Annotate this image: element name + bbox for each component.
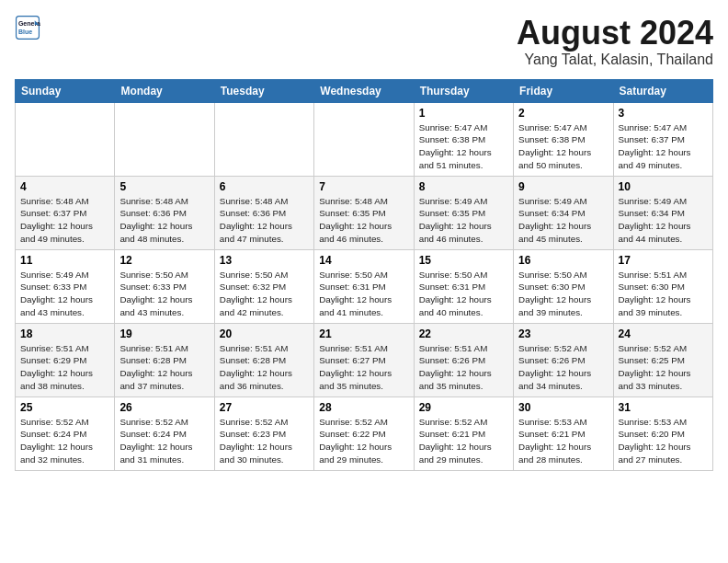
day-number: 1 <box>419 107 508 120</box>
calendar-cell: 26Sunrise: 5:52 AM Sunset: 6:24 PM Dayli… <box>115 396 214 470</box>
day-number: 2 <box>518 107 608 120</box>
day-info: Sunrise: 5:50 AM Sunset: 6:30 PM Dayligh… <box>518 269 608 319</box>
calendar-cell: 13Sunrise: 5:50 AM Sunset: 6:32 PM Dayli… <box>214 249 313 323</box>
day-info: Sunrise: 5:50 AM Sunset: 6:33 PM Dayligh… <box>119 269 209 319</box>
weekday-header-saturday: Saturday <box>613 79 712 102</box>
calendar-cell: 11Sunrise: 5:49 AM Sunset: 6:33 PM Dayli… <box>16 249 115 323</box>
day-info: Sunrise: 5:49 AM Sunset: 6:33 PM Dayligh… <box>20 269 109 319</box>
day-number: 11 <box>20 254 109 267</box>
calendar-cell: 20Sunrise: 5:51 AM Sunset: 6:28 PM Dayli… <box>214 323 313 396</box>
calendar-cell: 27Sunrise: 5:52 AM Sunset: 6:23 PM Dayli… <box>214 396 313 470</box>
day-number: 28 <box>319 401 408 414</box>
calendar-cell: 3Sunrise: 5:47 AM Sunset: 6:37 PM Daylig… <box>613 102 712 176</box>
weekday-header-tuesday: Tuesday <box>214 79 313 102</box>
calendar-cell: 1Sunrise: 5:47 AM Sunset: 6:38 PM Daylig… <box>414 102 513 176</box>
day-info: Sunrise: 5:52 AM Sunset: 6:24 PM Dayligh… <box>119 416 209 466</box>
logo: General Blue <box>15 15 40 40</box>
calendar-cell: 25Sunrise: 5:52 AM Sunset: 6:24 PM Dayli… <box>16 396 115 470</box>
day-info: Sunrise: 5:48 AM Sunset: 6:35 PM Dayligh… <box>319 195 408 246</box>
day-number: 9 <box>518 180 608 193</box>
week-row-3: 11Sunrise: 5:49 AM Sunset: 6:33 PM Dayli… <box>16 249 713 323</box>
day-info: Sunrise: 5:48 AM Sunset: 6:37 PM Dayligh… <box>20 195 109 246</box>
calendar-cell <box>314 102 414 176</box>
calendar-cell: 6Sunrise: 5:48 AM Sunset: 6:36 PM Daylig… <box>214 176 313 249</box>
calendar-cell: 14Sunrise: 5:50 AM Sunset: 6:31 PM Dayli… <box>314 249 414 323</box>
day-info: Sunrise: 5:47 AM Sunset: 6:38 PM Dayligh… <box>419 121 508 172</box>
weekday-header-friday: Friday <box>514 79 613 102</box>
calendar-cell <box>16 102 115 176</box>
day-number: 3 <box>619 107 708 120</box>
day-info: Sunrise: 5:50 AM Sunset: 6:31 PM Dayligh… <box>419 269 508 319</box>
day-info: Sunrise: 5:52 AM Sunset: 6:25 PM Dayligh… <box>619 342 708 393</box>
day-number: 21 <box>319 327 408 340</box>
day-number: 5 <box>119 180 209 193</box>
day-info: Sunrise: 5:53 AM Sunset: 6:20 PM Dayligh… <box>619 416 708 466</box>
day-info: Sunrise: 5:49 AM Sunset: 6:35 PM Dayligh… <box>419 195 508 246</box>
calendar-cell: 24Sunrise: 5:52 AM Sunset: 6:25 PM Dayli… <box>613 323 712 396</box>
calendar-cell: 12Sunrise: 5:50 AM Sunset: 6:33 PM Dayli… <box>115 249 214 323</box>
day-number: 30 <box>518 401 608 414</box>
calendar-cell: 15Sunrise: 5:50 AM Sunset: 6:31 PM Dayli… <box>414 249 513 323</box>
day-info: Sunrise: 5:51 AM Sunset: 6:29 PM Dayligh… <box>20 342 109 393</box>
calendar-cell: 4Sunrise: 5:48 AM Sunset: 6:37 PM Daylig… <box>16 176 115 249</box>
calendar-title: August 2024 <box>517 15 713 52</box>
week-row-4: 18Sunrise: 5:51 AM Sunset: 6:29 PM Dayli… <box>16 323 713 396</box>
calendar-cell: 16Sunrise: 5:50 AM Sunset: 6:30 PM Dayli… <box>514 249 613 323</box>
day-info: Sunrise: 5:51 AM Sunset: 6:28 PM Dayligh… <box>119 342 209 393</box>
calendar-cell: 18Sunrise: 5:51 AM Sunset: 6:29 PM Dayli… <box>16 323 115 396</box>
day-info: Sunrise: 5:47 AM Sunset: 6:37 PM Dayligh… <box>619 121 708 172</box>
day-number: 10 <box>619 180 708 193</box>
calendar-cell: 22Sunrise: 5:51 AM Sunset: 6:26 PM Dayli… <box>414 323 513 396</box>
day-number: 24 <box>619 327 708 340</box>
calendar-cell: 30Sunrise: 5:53 AM Sunset: 6:21 PM Dayli… <box>514 396 613 470</box>
week-row-2: 4Sunrise: 5:48 AM Sunset: 6:37 PM Daylig… <box>16 176 713 249</box>
day-info: Sunrise: 5:52 AM Sunset: 6:24 PM Dayligh… <box>20 416 109 466</box>
calendar-cell: 9Sunrise: 5:49 AM Sunset: 6:34 PM Daylig… <box>514 176 613 249</box>
day-number: 18 <box>20 327 109 340</box>
calendar-cell: 19Sunrise: 5:51 AM Sunset: 6:28 PM Dayli… <box>115 323 214 396</box>
day-number: 26 <box>119 401 209 414</box>
weekday-header-monday: Monday <box>115 79 214 102</box>
calendar-cell: 7Sunrise: 5:48 AM Sunset: 6:35 PM Daylig… <box>314 176 414 249</box>
week-row-5: 25Sunrise: 5:52 AM Sunset: 6:24 PM Dayli… <box>16 396 713 470</box>
day-info: Sunrise: 5:47 AM Sunset: 6:38 PM Dayligh… <box>518 121 608 172</box>
day-number: 15 <box>419 254 508 267</box>
calendar-subtitle: Yang Talat, Kalasin, Thailand <box>517 52 713 68</box>
day-number: 6 <box>220 180 309 193</box>
day-number: 17 <box>619 254 708 267</box>
calendar-cell <box>115 102 214 176</box>
svg-rect-0 <box>17 17 40 40</box>
day-number: 22 <box>419 327 508 340</box>
day-number: 31 <box>619 401 708 414</box>
day-number: 4 <box>20 180 109 193</box>
week-row-1: 1Sunrise: 5:47 AM Sunset: 6:38 PM Daylig… <box>16 102 713 176</box>
day-info: Sunrise: 5:50 AM Sunset: 6:32 PM Dayligh… <box>220 269 309 319</box>
title-block: August 2024 Yang Talat, Kalasin, Thailan… <box>517 15 713 68</box>
day-info: Sunrise: 5:49 AM Sunset: 6:34 PM Dayligh… <box>518 195 608 246</box>
svg-text:Blue: Blue <box>18 29 32 35</box>
day-info: Sunrise: 5:52 AM Sunset: 6:21 PM Dayligh… <box>419 416 508 466</box>
page-header: General Blue August 2024 Yang Talat, Kal… <box>15 15 713 68</box>
calendar-cell: 8Sunrise: 5:49 AM Sunset: 6:35 PM Daylig… <box>414 176 513 249</box>
calendar-cell: 28Sunrise: 5:52 AM Sunset: 6:22 PM Dayli… <box>314 396 414 470</box>
day-info: Sunrise: 5:52 AM Sunset: 6:26 PM Dayligh… <box>518 342 608 393</box>
calendar-cell <box>214 102 313 176</box>
day-number: 12 <box>119 254 209 267</box>
calendar-cell: 31Sunrise: 5:53 AM Sunset: 6:20 PM Dayli… <box>613 396 712 470</box>
day-number: 29 <box>419 401 508 414</box>
day-info: Sunrise: 5:51 AM Sunset: 6:30 PM Dayligh… <box>619 269 708 319</box>
weekday-header-wednesday: Wednesday <box>314 79 414 102</box>
day-info: Sunrise: 5:51 AM Sunset: 6:27 PM Dayligh… <box>319 342 408 393</box>
day-number: 27 <box>220 401 309 414</box>
calendar-cell: 23Sunrise: 5:52 AM Sunset: 6:26 PM Dayli… <box>514 323 613 396</box>
logo-icon: General Blue <box>15 15 40 40</box>
calendar-cell: 5Sunrise: 5:48 AM Sunset: 6:36 PM Daylig… <box>115 176 214 249</box>
day-number: 23 <box>518 327 608 340</box>
calendar-cell: 29Sunrise: 5:52 AM Sunset: 6:21 PM Dayli… <box>414 396 513 470</box>
calendar-table: SundayMondayTuesdayWednesdayThursdayFrid… <box>15 79 713 471</box>
day-info: Sunrise: 5:48 AM Sunset: 6:36 PM Dayligh… <box>220 195 309 246</box>
day-number: 14 <box>319 254 408 267</box>
weekday-header-thursday: Thursday <box>414 79 513 102</box>
weekday-header-row: SundayMondayTuesdayWednesdayThursdayFrid… <box>16 79 713 102</box>
calendar-cell: 2Sunrise: 5:47 AM Sunset: 6:38 PM Daylig… <box>514 102 613 176</box>
